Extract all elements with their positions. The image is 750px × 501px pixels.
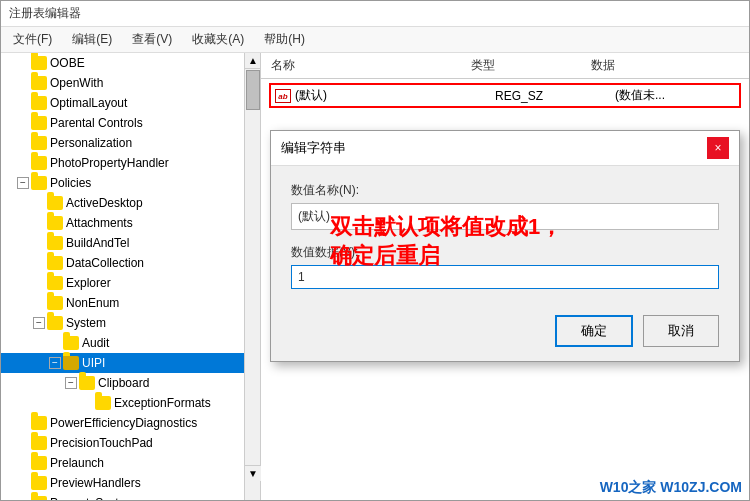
tree-label: DataCollection <box>66 254 144 272</box>
folder-icon <box>47 276 63 290</box>
folder-icon <box>31 176 47 190</box>
tree-item-oobe[interactable]: OOBE <box>1 53 244 73</box>
tree-label: Parental Controls <box>50 114 143 132</box>
tree-item-optimallayout[interactable]: OptimalLayout <box>1 93 244 113</box>
folder-icon <box>31 156 47 170</box>
folder-icon <box>31 56 47 70</box>
dialog-body: 数值名称(N): (默认) 数值数据(V): <box>271 166 739 305</box>
tree-item-personalization[interactable]: Personalization <box>1 133 244 153</box>
tree-list: OOBE OpenWith OptimalLayout <box>1 53 244 500</box>
column-headers: 名称 类型 数据 <box>261 53 749 79</box>
folder-icon <box>47 216 63 230</box>
menu-view[interactable]: 查看(V) <box>128 29 176 50</box>
dialog-title: 编辑字符串 <box>281 139 346 157</box>
tree-item-exceptionformats[interactable]: ExceptionFormats <box>1 393 244 413</box>
folder-icon <box>31 136 47 150</box>
tree-label: Explorer <box>66 274 111 292</box>
col-header-data: 数据 <box>589 55 741 76</box>
tree-item-propertysystem[interactable]: PropertySystem <box>1 493 244 500</box>
scroll-thumb[interactable] <box>246 70 260 110</box>
scroll-up-btn[interactable]: ▲ <box>245 53 261 69</box>
reg-item-data: (数值未... <box>615 87 735 104</box>
window-title: 注册表编辑器 <box>9 5 81 22</box>
title-bar: 注册表编辑器 <box>1 1 749 27</box>
tree-label: Prelaunch <box>50 454 104 472</box>
tree-item-photopropertyhandler[interactable]: PhotoPropertyHandler <box>1 153 244 173</box>
tree-panel: OOBE OpenWith OptimalLayout <box>1 53 261 500</box>
dialog-ok-button[interactable]: 确定 <box>555 315 633 347</box>
folder-icon <box>31 116 47 130</box>
tree-item-clipboard[interactable]: − Clipboard <box>1 373 244 393</box>
tree-item-parental-controls[interactable]: Parental Controls <box>1 113 244 133</box>
tree-label: OOBE <box>50 54 85 72</box>
tree-label: ExceptionFormats <box>114 394 211 412</box>
folder-icon <box>47 256 63 270</box>
dialog-cancel-button[interactable]: 取消 <box>643 315 719 347</box>
tree-item-powerefficiency[interactable]: PowerEfficiencyDiagnostics <box>1 413 244 433</box>
tree-item-system[interactable]: − System <box>1 313 244 333</box>
tree-item-explorer[interactable]: Explorer <box>1 273 244 293</box>
tree-item-openwith[interactable]: OpenWith <box>1 73 244 93</box>
tree-label: Audit <box>82 334 109 352</box>
tree-item-precisiontouchpad[interactable]: PrecisionTouchPad <box>1 433 244 453</box>
folder-icon <box>47 296 63 310</box>
tree-label: Personalization <box>50 134 132 152</box>
tree-item-activedesktop[interactable]: ActiveDesktop <box>1 193 244 213</box>
tree-item-uipi[interactable]: − UIPI <box>1 353 244 373</box>
dialog-data-input[interactable] <box>291 265 719 289</box>
expand-btn[interactable]: − <box>49 357 61 369</box>
tree-scroll-container: OOBE OpenWith OptimalLayout <box>1 53 260 500</box>
folder-icon <box>31 456 47 470</box>
menu-bar: 文件(F) 编辑(E) 查看(V) 收藏夹(A) 帮助(H) <box>1 27 749 53</box>
menu-help[interactable]: 帮助(H) <box>260 29 309 50</box>
tree-item-buildandtel[interactable]: BuildAndTel <box>1 233 244 253</box>
dialog-footer: 确定 取消 <box>271 305 739 361</box>
tree-item-datacollection[interactable]: DataCollection <box>1 253 244 273</box>
tree-label: OptimalLayout <box>50 94 127 112</box>
dialog-data-label: 数值数据(V): <box>291 244 719 261</box>
folder-icon <box>95 396 111 410</box>
tree-label: UIPI <box>82 354 105 372</box>
dialog-name-field: (默认) <box>291 203 719 230</box>
tree-label: NonEnum <box>66 294 119 312</box>
tree-label: Clipboard <box>98 374 149 392</box>
expand-btn[interactable]: − <box>17 177 29 189</box>
scroll-down-btn[interactable]: ▼ <box>245 465 261 481</box>
folder-icon <box>31 476 47 490</box>
dialog-title-bar: 编辑字符串 × <box>271 131 739 166</box>
dialog-name-label: 数值名称(N): <box>291 182 719 199</box>
reg-value-icon: ab <box>275 89 291 103</box>
tree-item-policies[interactable]: − Policies <box>1 173 244 193</box>
tree-label: PhotoPropertyHandler <box>50 154 169 172</box>
tree-label: System <box>66 314 106 332</box>
expand-btn[interactable]: − <box>33 317 45 329</box>
reg-item-name: (默认) <box>295 87 495 104</box>
tree-label: PowerEfficiencyDiagnostics <box>50 414 197 432</box>
tree-item-nonenum[interactable]: NonEnum <box>1 293 244 313</box>
tree-label: ActiveDesktop <box>66 194 143 212</box>
reg-item-type: REG_SZ <box>495 89 615 103</box>
tree-item-previewhandlers[interactable]: PreviewHandlers <box>1 473 244 493</box>
folder-icon <box>47 316 63 330</box>
edit-string-dialog: 编辑字符串 × 数值名称(N): (默认) 数值数据(V): 确定 取消 <box>270 130 740 362</box>
folder-icon <box>31 96 47 110</box>
tree-item-prelaunch[interactable]: Prelaunch <box>1 453 244 473</box>
dialog-close-button[interactable]: × <box>707 137 729 159</box>
folder-icon <box>63 336 79 350</box>
folder-icon <box>47 236 63 250</box>
tree-label: BuildAndTel <box>66 234 129 252</box>
reg-item-default[interactable]: ab (默认) REG_SZ (数值未... <box>269 83 741 108</box>
tree-label: OpenWith <box>50 74 103 92</box>
tree-label: Policies <box>50 174 91 192</box>
folder-icon <box>79 376 95 390</box>
menu-edit[interactable]: 编辑(E) <box>68 29 116 50</box>
tree-item-audit[interactable]: Audit <box>1 333 244 353</box>
tree-item-attachments[interactable]: Attachments <box>1 213 244 233</box>
tree-label: PreviewHandlers <box>50 474 141 492</box>
tree-scrollbar[interactable]: ▲ ▼ <box>244 53 260 500</box>
folder-icon <box>31 416 47 430</box>
expand-btn[interactable]: − <box>65 377 77 389</box>
tree-label: Attachments <box>66 214 133 232</box>
menu-file[interactable]: 文件(F) <box>9 29 56 50</box>
menu-favorites[interactable]: 收藏夹(A) <box>188 29 248 50</box>
